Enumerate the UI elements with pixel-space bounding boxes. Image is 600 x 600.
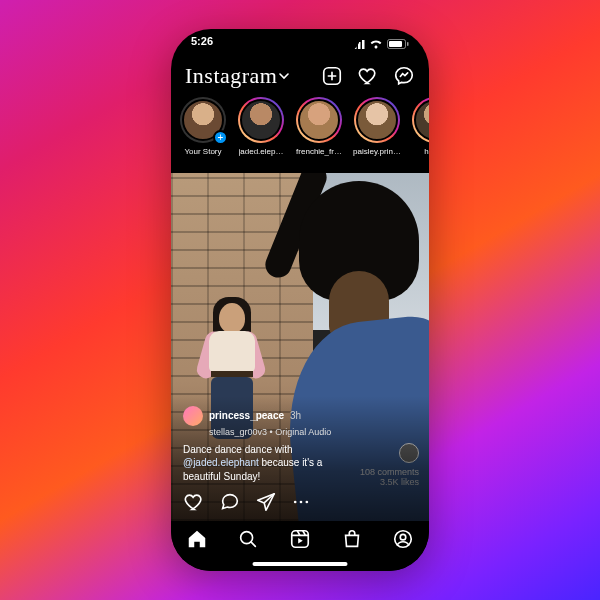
nav-search-icon[interactable] xyxy=(237,528,259,554)
like-button[interactable] xyxy=(183,491,205,513)
share-button[interactable] xyxy=(255,491,277,513)
instagram-logo[interactable]: Instagram xyxy=(185,63,277,89)
chevron-down-icon[interactable] xyxy=(279,67,289,85)
wifi-icon xyxy=(369,39,383,49)
svg-point-9 xyxy=(300,501,303,504)
plus-icon: + xyxy=(213,130,228,145)
nav-home-icon[interactable] xyxy=(186,528,208,554)
app-header: Instagram xyxy=(171,59,429,93)
stories-tray[interactable]: + Your Story jaded.elep… frenchie_fr… pa… xyxy=(171,97,429,173)
nav-shop-icon[interactable] xyxy=(341,528,363,554)
svg-rect-5 xyxy=(389,41,402,47)
story-item[interactable]: hea… xyxy=(411,97,429,173)
new-post-button[interactable] xyxy=(321,65,343,87)
activity-heart-button[interactable] xyxy=(357,65,379,87)
battery-icon xyxy=(387,39,409,49)
home-indicator[interactable] xyxy=(253,562,348,566)
post-overlay: princess_peace 3h stellas_gr00v3 • Origi… xyxy=(171,396,429,522)
svg-rect-3 xyxy=(362,40,365,49)
status-time: 5:26 xyxy=(191,35,213,53)
story-item[interactable]: jaded.elep… xyxy=(237,97,285,173)
story-your-story[interactable]: + Your Story xyxy=(179,97,227,173)
nav-reels-icon[interactable] xyxy=(289,528,311,554)
comment-button[interactable] xyxy=(219,491,241,513)
author-avatar[interactable] xyxy=(183,406,203,426)
messenger-button[interactable] xyxy=(393,65,415,87)
story-item[interactable]: frenchie_fr… xyxy=(295,97,343,173)
phone-frame: 5:26 Instagram + xyxy=(171,29,429,571)
author-username[interactable]: princess_peace xyxy=(209,410,284,421)
svg-rect-12 xyxy=(292,531,309,548)
svg-point-8 xyxy=(294,501,297,504)
device-notch xyxy=(240,29,360,53)
story-item[interactable]: paisley.prin… xyxy=(353,97,401,173)
nav-profile-icon[interactable] xyxy=(392,528,414,554)
svg-point-10 xyxy=(306,501,309,504)
svg-point-14 xyxy=(400,534,406,540)
mention-link[interactable]: @jaded.elephant xyxy=(183,457,259,468)
post-caption: Dance dance dance with @jaded.elephant b… xyxy=(183,443,353,484)
feed-reel[interactable]: 108 comments 3.5K likes princess_peace 3… xyxy=(171,173,429,521)
svg-rect-6 xyxy=(407,42,409,46)
post-age: 3h xyxy=(290,410,301,421)
more-button[interactable] xyxy=(291,492,311,512)
audio-attribution[interactable]: stellas_gr00v3 • Original Audio xyxy=(209,427,417,437)
gradient-background: 5:26 Instagram + xyxy=(0,0,600,600)
